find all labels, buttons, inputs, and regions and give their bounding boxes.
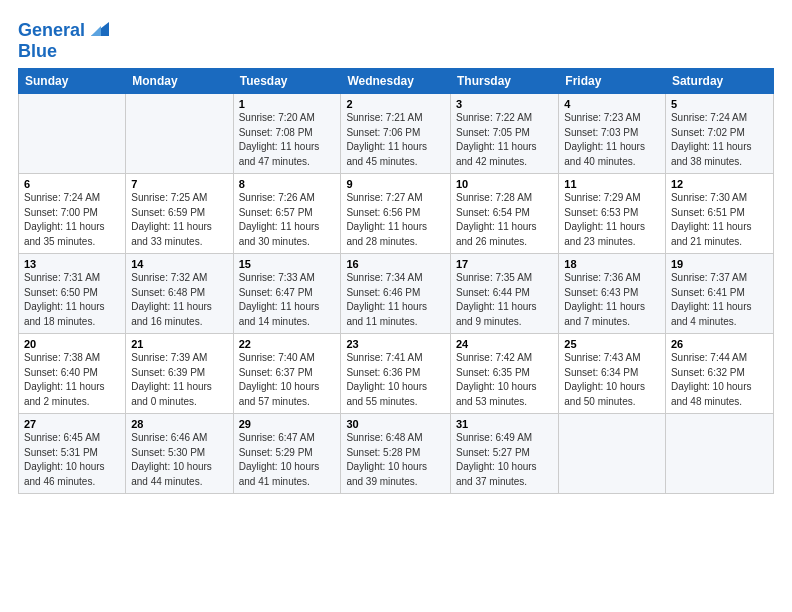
- day-info: Sunrise: 7:34 AMSunset: 6:46 PMDaylight:…: [346, 271, 445, 329]
- calendar-cell: 9Sunrise: 7:27 AMSunset: 6:56 PMDaylight…: [341, 174, 451, 254]
- day-number: 3: [456, 98, 553, 110]
- day-info: Sunrise: 7:43 AMSunset: 6:34 PMDaylight:…: [564, 351, 660, 409]
- calendar-week-row: 13Sunrise: 7:31 AMSunset: 6:50 PMDayligh…: [19, 254, 774, 334]
- calendar-cell: 2Sunrise: 7:21 AMSunset: 7:06 PMDaylight…: [341, 94, 451, 174]
- header: General Blue: [18, 18, 774, 60]
- day-info: Sunrise: 7:32 AMSunset: 6:48 PMDaylight:…: [131, 271, 227, 329]
- weekday-header: Sunday: [19, 69, 126, 94]
- day-number: 15: [239, 258, 336, 270]
- day-info: Sunrise: 7:44 AMSunset: 6:32 PMDaylight:…: [671, 351, 768, 409]
- day-info: Sunrise: 7:42 AMSunset: 6:35 PMDaylight:…: [456, 351, 553, 409]
- calendar-cell: 20Sunrise: 7:38 AMSunset: 6:40 PMDayligh…: [19, 334, 126, 414]
- calendar-cell: 13Sunrise: 7:31 AMSunset: 6:50 PMDayligh…: [19, 254, 126, 334]
- calendar-cell: 5Sunrise: 7:24 AMSunset: 7:02 PMDaylight…: [665, 94, 773, 174]
- logo-general-text: General: [18, 21, 85, 39]
- weekday-header: Saturday: [665, 69, 773, 94]
- day-number: 19: [671, 258, 768, 270]
- calendar-cell: 28Sunrise: 6:46 AMSunset: 5:30 PMDayligh…: [126, 414, 233, 494]
- day-number: 27: [24, 418, 120, 430]
- day-info: Sunrise: 7:24 AMSunset: 7:00 PMDaylight:…: [24, 191, 120, 249]
- calendar-cell: 26Sunrise: 7:44 AMSunset: 6:32 PMDayligh…: [665, 334, 773, 414]
- calendar-cell: 23Sunrise: 7:41 AMSunset: 6:36 PMDayligh…: [341, 334, 451, 414]
- day-number: 28: [131, 418, 227, 430]
- day-info: Sunrise: 6:45 AMSunset: 5:31 PMDaylight:…: [24, 431, 120, 489]
- day-number: 29: [239, 418, 336, 430]
- calendar-cell: 14Sunrise: 7:32 AMSunset: 6:48 PMDayligh…: [126, 254, 233, 334]
- calendar-header-row: SundayMondayTuesdayWednesdayThursdayFrid…: [19, 69, 774, 94]
- day-info: Sunrise: 7:28 AMSunset: 6:54 PMDaylight:…: [456, 191, 553, 249]
- calendar-cell: 31Sunrise: 6:49 AMSunset: 5:27 PMDayligh…: [450, 414, 558, 494]
- page: General Blue SundayMondayTuesdayWednesda…: [0, 0, 792, 612]
- calendar-table: SundayMondayTuesdayWednesdayThursdayFrid…: [18, 68, 774, 494]
- calendar-cell: 11Sunrise: 7:29 AMSunset: 6:53 PMDayligh…: [559, 174, 666, 254]
- day-number: 30: [346, 418, 445, 430]
- calendar-cell: 18Sunrise: 7:36 AMSunset: 6:43 PMDayligh…: [559, 254, 666, 334]
- day-number: 6: [24, 178, 120, 190]
- day-number: 12: [671, 178, 768, 190]
- calendar-cell: 7Sunrise: 7:25 AMSunset: 6:59 PMDaylight…: [126, 174, 233, 254]
- logo: General Blue: [18, 18, 109, 60]
- day-number: 7: [131, 178, 227, 190]
- calendar-cell: 6Sunrise: 7:24 AMSunset: 7:00 PMDaylight…: [19, 174, 126, 254]
- day-info: Sunrise: 7:37 AMSunset: 6:41 PMDaylight:…: [671, 271, 768, 329]
- day-info: Sunrise: 7:26 AMSunset: 6:57 PMDaylight:…: [239, 191, 336, 249]
- calendar-week-row: 6Sunrise: 7:24 AMSunset: 7:00 PMDaylight…: [19, 174, 774, 254]
- calendar-cell: 10Sunrise: 7:28 AMSunset: 6:54 PMDayligh…: [450, 174, 558, 254]
- day-info: Sunrise: 6:48 AMSunset: 5:28 PMDaylight:…: [346, 431, 445, 489]
- day-info: Sunrise: 6:47 AMSunset: 5:29 PMDaylight:…: [239, 431, 336, 489]
- calendar-cell: 15Sunrise: 7:33 AMSunset: 6:47 PMDayligh…: [233, 254, 341, 334]
- day-info: Sunrise: 7:30 AMSunset: 6:51 PMDaylight:…: [671, 191, 768, 249]
- calendar-cell: 3Sunrise: 7:22 AMSunset: 7:05 PMDaylight…: [450, 94, 558, 174]
- day-number: 26: [671, 338, 768, 350]
- calendar-week-row: 1Sunrise: 7:20 AMSunset: 7:08 PMDaylight…: [19, 94, 774, 174]
- day-number: 11: [564, 178, 660, 190]
- calendar-cell: 24Sunrise: 7:42 AMSunset: 6:35 PMDayligh…: [450, 334, 558, 414]
- weekday-header: Monday: [126, 69, 233, 94]
- calendar-cell: [665, 414, 773, 494]
- calendar-cell: 27Sunrise: 6:45 AMSunset: 5:31 PMDayligh…: [19, 414, 126, 494]
- calendar-cell: 17Sunrise: 7:35 AMSunset: 6:44 PMDayligh…: [450, 254, 558, 334]
- day-number: 20: [24, 338, 120, 350]
- weekday-header: Friday: [559, 69, 666, 94]
- day-info: Sunrise: 7:27 AMSunset: 6:56 PMDaylight:…: [346, 191, 445, 249]
- calendar-cell: 22Sunrise: 7:40 AMSunset: 6:37 PMDayligh…: [233, 334, 341, 414]
- calendar-cell: 16Sunrise: 7:34 AMSunset: 6:46 PMDayligh…: [341, 254, 451, 334]
- day-number: 16: [346, 258, 445, 270]
- day-number: 24: [456, 338, 553, 350]
- calendar-cell: 21Sunrise: 7:39 AMSunset: 6:39 PMDayligh…: [126, 334, 233, 414]
- day-number: 9: [346, 178, 445, 190]
- day-number: 1: [239, 98, 336, 110]
- day-number: 5: [671, 98, 768, 110]
- day-info: Sunrise: 7:31 AMSunset: 6:50 PMDaylight:…: [24, 271, 120, 329]
- day-number: 10: [456, 178, 553, 190]
- calendar-cell: [559, 414, 666, 494]
- weekday-header: Wednesday: [341, 69, 451, 94]
- day-info: Sunrise: 7:40 AMSunset: 6:37 PMDaylight:…: [239, 351, 336, 409]
- logo-blue-text: Blue: [18, 42, 109, 60]
- logo-icon: [87, 18, 109, 40]
- day-info: Sunrise: 7:39 AMSunset: 6:39 PMDaylight:…: [131, 351, 227, 409]
- day-number: 17: [456, 258, 553, 270]
- weekday-header: Tuesday: [233, 69, 341, 94]
- day-number: 18: [564, 258, 660, 270]
- day-number: 2: [346, 98, 445, 110]
- day-info: Sunrise: 7:29 AMSunset: 6:53 PMDaylight:…: [564, 191, 660, 249]
- day-info: Sunrise: 7:38 AMSunset: 6:40 PMDaylight:…: [24, 351, 120, 409]
- day-info: Sunrise: 7:36 AMSunset: 6:43 PMDaylight:…: [564, 271, 660, 329]
- calendar-week-row: 20Sunrise: 7:38 AMSunset: 6:40 PMDayligh…: [19, 334, 774, 414]
- day-number: 23: [346, 338, 445, 350]
- calendar-cell: 30Sunrise: 6:48 AMSunset: 5:28 PMDayligh…: [341, 414, 451, 494]
- day-info: Sunrise: 7:23 AMSunset: 7:03 PMDaylight:…: [564, 111, 660, 169]
- calendar-cell: 19Sunrise: 7:37 AMSunset: 6:41 PMDayligh…: [665, 254, 773, 334]
- calendar-cell: 29Sunrise: 6:47 AMSunset: 5:29 PMDayligh…: [233, 414, 341, 494]
- day-info: Sunrise: 7:20 AMSunset: 7:08 PMDaylight:…: [239, 111, 336, 169]
- day-info: Sunrise: 6:46 AMSunset: 5:30 PMDaylight:…: [131, 431, 227, 489]
- svg-marker-1: [91, 26, 101, 36]
- day-number: 4: [564, 98, 660, 110]
- day-info: Sunrise: 7:41 AMSunset: 6:36 PMDaylight:…: [346, 351, 445, 409]
- calendar-cell: 12Sunrise: 7:30 AMSunset: 6:51 PMDayligh…: [665, 174, 773, 254]
- day-info: Sunrise: 6:49 AMSunset: 5:27 PMDaylight:…: [456, 431, 553, 489]
- day-info: Sunrise: 7:35 AMSunset: 6:44 PMDaylight:…: [456, 271, 553, 329]
- day-info: Sunrise: 7:22 AMSunset: 7:05 PMDaylight:…: [456, 111, 553, 169]
- day-number: 22: [239, 338, 336, 350]
